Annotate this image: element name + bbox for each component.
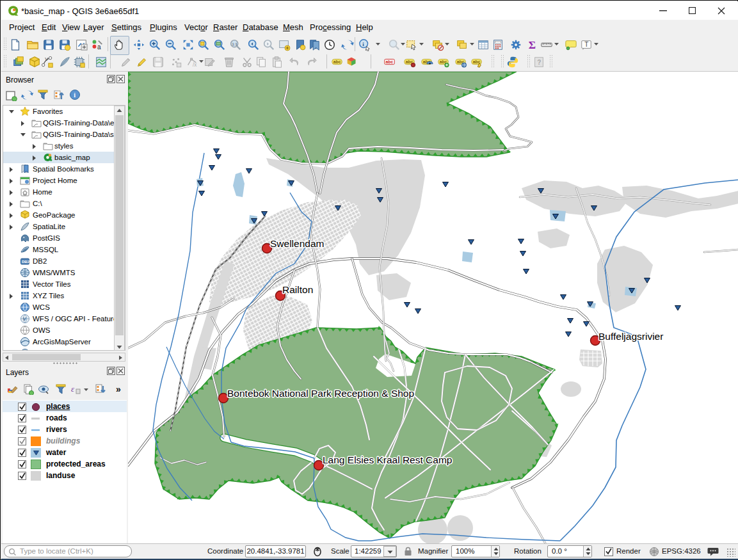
svg-text:a: a xyxy=(97,44,101,51)
svg-text:V: V xyxy=(23,317,26,321)
svg-text:Σ: Σ xyxy=(529,39,536,51)
svg-text:/x: /x xyxy=(193,62,197,68)
svg-text:V: V xyxy=(45,56,48,62)
svg-text:abc: abc xyxy=(333,60,341,64)
svg-text:DB2: DB2 xyxy=(22,260,30,264)
svg-text:Railton: Railton xyxy=(282,284,313,295)
svg-text:T: T xyxy=(584,41,588,48)
svg-text:Lang Elsies Kraal Rest Camp: Lang Elsies Kraal Rest Camp xyxy=(323,454,452,465)
svg-text:abc: abc xyxy=(385,60,393,64)
svg-text:1:1: 1:1 xyxy=(232,42,237,46)
svg-text:ε: ε xyxy=(71,384,75,394)
svg-text:Buffeljagsrivier: Buffeljagsrivier xyxy=(598,331,663,342)
svg-text:Swellendam: Swellendam xyxy=(270,238,324,249)
svg-text:?: ? xyxy=(537,59,541,66)
svg-text:i: i xyxy=(74,92,76,99)
svg-text:Bontebok National Park Recepti: Bontebok National Park Reception & Shop xyxy=(227,388,414,399)
